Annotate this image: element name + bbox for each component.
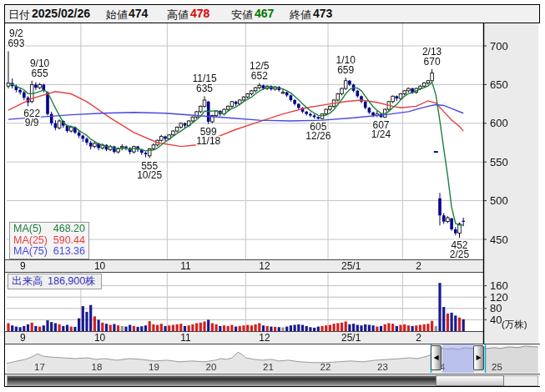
close-value: 473 — [313, 7, 332, 20]
volume-readout: 出来高 186,900株 — [8, 274, 102, 289]
ma25-label: MA(25) — [13, 235, 48, 247]
quote-info-bar: 日付 2025/02/26 始値 474 高値 478 安値 467 終値 47… — [5, 5, 539, 23]
ma-legend: MA(5) 468.20 MA(25) 590.44 MA(75) 613.36 — [9, 222, 89, 259]
ma5-label: MA(5) — [13, 224, 42, 235]
ma25-value: 590.44 — [53, 235, 85, 247]
ma75-legend-row: MA(75) 613.36 — [13, 246, 85, 258]
volume-value: 186,900株 — [48, 275, 96, 287]
left-arrow-icon: ◀ — [433, 354, 438, 361]
ma75-label: MA(75) — [13, 246, 48, 258]
scrollbar-filled-track — [8, 376, 437, 385]
close-label: 終値 — [290, 8, 311, 23]
ma75-value: 613.36 — [53, 246, 85, 258]
low-label: 安値 — [231, 8, 253, 23]
stock-chart-app: 日付 2025/02/26 始値 474 高値 478 安値 467 終値 47… — [0, 0, 545, 392]
high-value: 478 — [190, 7, 209, 20]
volume-label: 出来高 — [12, 275, 43, 287]
date-label: 日付 — [8, 8, 30, 23]
low-value: 467 — [255, 7, 274, 20]
open-label: 始値 — [106, 8, 128, 23]
navigator-right-handle[interactable]: ▶ — [473, 345, 484, 370]
ma5-legend-row: MA(5) 468.20 — [13, 224, 85, 235]
ma25-legend-row: MA(25) 590.44 — [13, 235, 85, 247]
date-value: 2025/02/26 — [32, 7, 90, 20]
high-label: 高値 — [167, 8, 189, 23]
right-arrow-icon: ▶ — [476, 354, 481, 361]
horizontal-scrollbar[interactable] — [7, 375, 538, 386]
ma5-value: 468.20 — [53, 224, 85, 235]
scrollbar-thumb[interactable] — [436, 375, 504, 386]
open-value: 474 — [129, 7, 148, 20]
navigator-left-handle[interactable]: ◀ — [431, 345, 442, 370]
stock-chart-canvas — [0, 0, 545, 392]
